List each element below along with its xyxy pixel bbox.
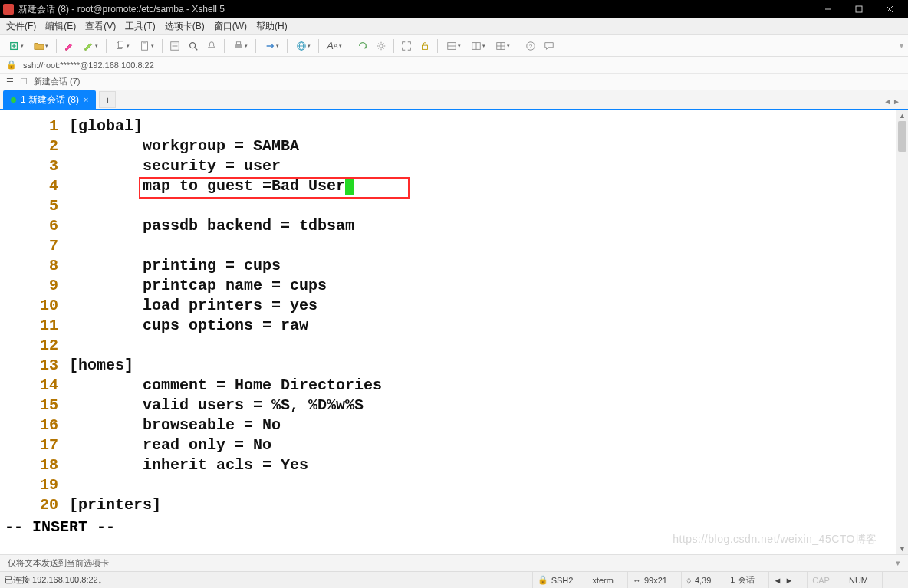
minimize-button[interactable] <box>813 0 844 18</box>
line-number: 17 <box>0 435 69 455</box>
line-content: comment = Home Directories <box>69 376 382 396</box>
editor-line: 11 cups options = raw <box>0 316 908 336</box>
menu-view[interactable]: 查看(V) <box>85 20 116 33</box>
new-session-button[interactable] <box>5 38 28 54</box>
info-dropdown-icon[interactable]: ▾ <box>896 558 900 568</box>
menu-tabs[interactable]: 选项卡(B) <box>165 20 205 33</box>
layout-vertical-icon[interactable] <box>466 38 489 54</box>
vertical-scrollbar[interactable]: ▲ ▼ <box>896 110 908 554</box>
scroll-up-icon[interactable]: ▲ <box>896 110 908 121</box>
line-number: 13 <box>0 356 69 376</box>
line-content: printcap name = cups <box>69 276 327 296</box>
bell-icon[interactable] <box>203 38 220 54</box>
gear-icon[interactable] <box>373 38 390 54</box>
lock-small-icon: 🔒 <box>6 60 17 70</box>
bookmark-icon[interactable]: ☐ <box>20 77 28 87</box>
editor-line: 17 read only = No <box>0 435 908 455</box>
line-content: load printers = yes <box>69 296 317 316</box>
paste-button[interactable] <box>135 38 158 54</box>
editor-line: 6 passdb backend = tdbsam <box>0 216 908 236</box>
chat-icon[interactable] <box>541 38 558 54</box>
line-number: 3 <box>0 156 69 176</box>
editor-line: 1[global] <box>0 117 908 136</box>
menu-tools[interactable]: 工具(T) <box>125 20 155 33</box>
layout-grid-icon[interactable] <box>491 38 514 54</box>
menu-window[interactable]: 窗口(W) <box>214 20 247 33</box>
session-name[interactable]: 新建会话 (7) <box>34 76 81 87</box>
line-content: passdb backend = tdbsam <box>69 216 354 236</box>
line-number: 10 <box>0 296 69 316</box>
status-term: xterm <box>592 576 614 585</box>
svg-rect-16 <box>235 44 242 48</box>
print-icon[interactable] <box>229 38 252 54</box>
line-number: 4 <box>0 176 69 196</box>
scroll-down-icon[interactable]: ▼ <box>896 544 908 554</box>
titlebar: 新建会话 (8) - root@promote:/etc/samba - Xsh… <box>0 0 908 18</box>
open-button[interactable] <box>29 38 52 54</box>
separator <box>255 39 256 53</box>
menu-help[interactable]: 帮助(H) <box>256 20 288 33</box>
editor-line: 4 map to guest =Bad User <box>0 176 908 196</box>
separator <box>318 39 319 53</box>
nav-left-icon[interactable]: ◄ <box>774 576 782 585</box>
line-content: [global] <box>69 117 143 136</box>
line-number: 1 <box>0 117 69 136</box>
line-number: 18 <box>0 455 69 475</box>
tab-add-button[interactable]: + <box>99 91 116 108</box>
terminal-editor[interactable]: 1[global]2 workgroup = SAMBA3 security =… <box>0 110 908 554</box>
menu-file[interactable]: 文件(F) <box>6 20 36 33</box>
line-number: 5 <box>0 196 69 216</box>
help-icon[interactable]: ? <box>522 38 539 54</box>
search-icon[interactable] <box>185 38 202 54</box>
svg-rect-17 <box>236 41 240 44</box>
line-content: workgroup = SAMBA <box>69 136 299 156</box>
tab-close-icon[interactable]: × <box>84 95 88 104</box>
toolbar-overflow-icon[interactable]: ▾ <box>900 41 903 50</box>
line-number: 7 <box>0 236 69 256</box>
status-sessions: 1 会话 <box>730 574 754 586</box>
separator <box>518 39 518 53</box>
line-number: 6 <box>0 216 69 236</box>
line-content: browseable = No <box>69 416 281 435</box>
refresh-icon[interactable] <box>354 38 371 54</box>
nav-right-icon[interactable]: ► <box>785 576 793 585</box>
svg-rect-22 <box>423 45 428 49</box>
connection-url[interactable]: ssh://root:******@192.168.100.8:22 <box>23 61 154 70</box>
status-protocol: SSH2 <box>551 576 574 585</box>
editor-line: 10 load printers = yes <box>0 296 908 316</box>
line-number: 11 <box>0 316 69 336</box>
line-number: 15 <box>0 396 69 416</box>
status-dot-icon <box>11 97 16 103</box>
separator <box>287 39 288 53</box>
close-button[interactable] <box>874 0 905 18</box>
tabbar-prev-icon[interactable]: ◄ <box>883 97 891 106</box>
separator <box>350 39 350 53</box>
tab-active[interactable]: 1 新建会话 (8) × <box>3 90 96 109</box>
editor-line: 14 comment = Home Directories <box>0 376 908 396</box>
layout-horizontal-icon[interactable] <box>442 38 465 54</box>
color-picker-icon[interactable] <box>61 38 77 54</box>
sessions-panel-icon[interactable]: ☰ <box>6 77 14 87</box>
status-num: NUM <box>849 576 868 585</box>
line-number: 14 <box>0 376 69 396</box>
tabbar-next-icon[interactable]: ► <box>893 97 900 106</box>
font-icon[interactable]: AA <box>323 38 346 54</box>
watermark-text: https://blog.csdn.net/weixin_45CTO博客 <box>673 533 877 547</box>
maximize-button[interactable] <box>844 0 874 18</box>
highlighter-icon[interactable] <box>79 38 102 54</box>
separator <box>224 39 225 53</box>
editor-line: 12 <box>0 336 908 356</box>
editor-line: 8 printing = cups <box>0 256 908 276</box>
copy-button[interactable] <box>110 38 133 54</box>
line-content: [printers] <box>69 495 161 515</box>
globe-icon[interactable] <box>291 38 314 54</box>
editor-line: 2 workgroup = SAMBA <box>0 136 908 156</box>
fullscreen-icon[interactable] <box>398 38 415 54</box>
file-transfer-icon[interactable] <box>260 38 283 54</box>
separator <box>106 39 107 53</box>
menu-edit[interactable]: 编辑(E) <box>45 20 76 33</box>
properties-icon[interactable] <box>166 38 183 54</box>
line-content: valid users = %S, %D%w%S <box>69 396 364 416</box>
lock-icon[interactable] <box>416 38 433 54</box>
scroll-thumb[interactable] <box>898 121 906 152</box>
